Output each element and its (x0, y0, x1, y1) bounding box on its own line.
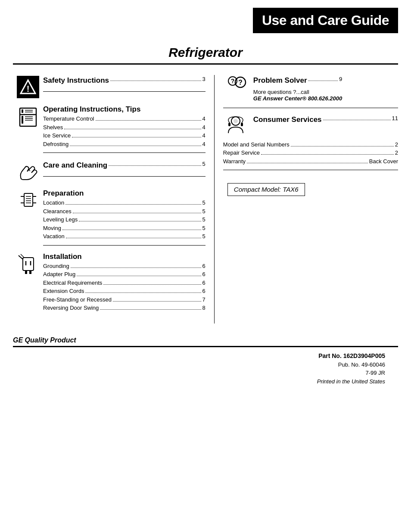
problem-solver-page: 9 (339, 75, 342, 87)
main-content: ! Safety Instructions 3 (0, 65, 411, 328)
preparation-icon-area (13, 189, 43, 212)
footer-printed: Printed in the United States (317, 378, 385, 385)
consumer-services-text: Consumer Services 11 (253, 114, 398, 126)
svg-rect-34 (228, 123, 230, 126)
op-label-3: Defrosting (43, 140, 68, 149)
inst-label-4: Free-Standing or Recessed (43, 296, 112, 304)
subtitle-area: Refrigerator (0, 37, 411, 63)
cs-item-1: Repair Service 2 (223, 149, 398, 157)
svg-rect-21 (23, 258, 34, 271)
op-item-2: Ice Service 4 (43, 131, 206, 140)
operating-content: Operating Instructions, Tips Temperature… (43, 105, 206, 153)
inst-item-1: Adapter Plug 6 (43, 270, 206, 279)
safety-page: 3 (202, 75, 206, 87)
cs-label-0: Model and Serial Numbers (223, 140, 290, 149)
consumer-services-icon (224, 115, 248, 139)
prep-page-1: 5 (202, 207, 206, 216)
prep-label-2: Leveling Legs (43, 215, 78, 224)
subtitle: Refrigerator (0, 45, 411, 60)
prep-page-4: 5 (202, 232, 206, 241)
prep-label-0: Location (43, 199, 64, 207)
right-column: ? ? Problem Solver 9 More questions ?...… (214, 75, 398, 324)
section-consumer-services: Consumer Services 11 Model and Serial Nu… (223, 114, 398, 171)
op-label-1: Shelves (43, 123, 63, 132)
inst-page-1: 6 (202, 270, 206, 279)
op-item-1: Shelves 4 (43, 123, 206, 132)
pub-no: Pub. No. 49-60046 (317, 361, 385, 369)
svg-text:!: ! (27, 84, 30, 93)
op-page-3: 4 (202, 140, 206, 149)
installation-icon (16, 253, 40, 277)
warning-triangle-svg: ! (20, 79, 36, 95)
svg-rect-35 (241, 123, 243, 126)
prep-label-1: Clearances (43, 207, 72, 216)
cs-item-0: Model and Serial Numbers 2 (223, 140, 398, 149)
prep-item-1: Clearances 5 (43, 207, 206, 216)
operating-icon-area (13, 105, 43, 128)
inst-page-2: 6 (202, 279, 206, 287)
inst-item-2: Electrical Requirements 6 (43, 279, 206, 287)
left-column: ! Safety Instructions 3 (13, 75, 206, 324)
consumer-services-items: Model and Serial Numbers 2 Repair Servic… (223, 140, 398, 166)
safety-icon-area: ! (13, 75, 43, 98)
problem-solver-header: ? ? Problem Solver 9 More questions ?...… (223, 75, 398, 102)
inst-item-4: Free-Standing or Recessed 7 (43, 296, 206, 304)
op-label-2: Ice Service (43, 131, 71, 140)
svg-text:?: ? (231, 78, 235, 84)
svg-rect-5 (22, 116, 23, 124)
section-installation: Installation Grounding 6 Adapter Plug 6 … (13, 252, 206, 320)
inst-item-3: Extension Cords 6 (43, 287, 206, 296)
installation-icon-area (13, 252, 43, 277)
warning-icon: ! (17, 76, 39, 98)
inst-label-3: Extension Cords (43, 287, 84, 296)
operating-title: Operating Instructions, Tips (43, 105, 206, 114)
footer-bottom: Part No. 162D3904P005 Pub. No. 49-60046 … (13, 347, 398, 390)
cs-label-2: Warranty (223, 157, 246, 166)
problem-solver-icon: ? ? (224, 76, 248, 100)
consumer-services-header: Consumer Services 11 (223, 114, 398, 139)
prep-label-3: Moving (43, 224, 61, 233)
inst-page-4: 7 (202, 296, 206, 304)
svg-rect-22 (25, 271, 27, 274)
consumer-services-page: 11 (392, 114, 398, 126)
safety-content: Safety Instructions 3 (43, 75, 206, 92)
inst-label-2: Electrical Requirements (43, 279, 102, 287)
op-page-1: 4 (202, 123, 206, 132)
title-box: Use and Care Guide (253, 8, 398, 33)
header: Use and Care Guide (0, 0, 411, 37)
svg-rect-12 (24, 193, 33, 206)
op-label-0: Temperature Control (43, 115, 94, 123)
footer-quality-label: GE Quality Product (13, 336, 398, 344)
care-icon-area (13, 160, 43, 182)
problem-solver-icon-area: ? ? (223, 75, 249, 100)
footer-area: GE Quality Product Part No. 162D3904P005… (0, 328, 411, 390)
problem-solver-answer-center: GE Answer Center® 800.626.2000 (253, 95, 342, 102)
svg-text:?: ? (238, 79, 243, 86)
inst-page-5: 8 (202, 304, 206, 312)
care-icon (16, 161, 40, 182)
compact-model-box: Compact Model: TAX6 (227, 183, 305, 196)
installation-content: Installation Grounding 6 Adapter Plug 6 … (43, 252, 206, 317)
safety-title: Safety Instructions (43, 75, 109, 86)
problem-solver-toc: Problem Solver 9 (253, 75, 342, 87)
preparation-title: Preparation (43, 189, 206, 198)
installation-title: Installation (43, 252, 206, 261)
care-page: 5 (202, 160, 206, 172)
consumer-services-title: Consumer Services (253, 114, 322, 125)
inst-label-1: Adapter Plug (43, 270, 75, 279)
cs-label-1: Repair Service (223, 149, 260, 157)
section-problem-solver: ? ? Problem Solver 9 More questions ?...… (223, 75, 398, 108)
prep-item-4: Vacation 5 (43, 232, 206, 241)
compact-model-area: Compact Model: TAX6 (223, 179, 398, 196)
section-operating: Operating Instructions, Tips Temperature… (13, 105, 206, 156)
care-title: Care and Cleaning (43, 160, 107, 171)
preparation-icon (16, 190, 40, 212)
problem-solver-text: Problem Solver 9 More questions ?...call… (253, 75, 342, 102)
op-item-3: Defrosting 4 (43, 140, 206, 149)
operating-icon (16, 106, 40, 128)
svg-point-33 (234, 119, 238, 123)
svg-line-27 (21, 254, 24, 258)
part-info: Part No. 162D3904P005 Pub. No. 49-60046 … (317, 352, 385, 386)
safety-dots (110, 75, 201, 81)
svg-rect-23 (29, 271, 31, 274)
